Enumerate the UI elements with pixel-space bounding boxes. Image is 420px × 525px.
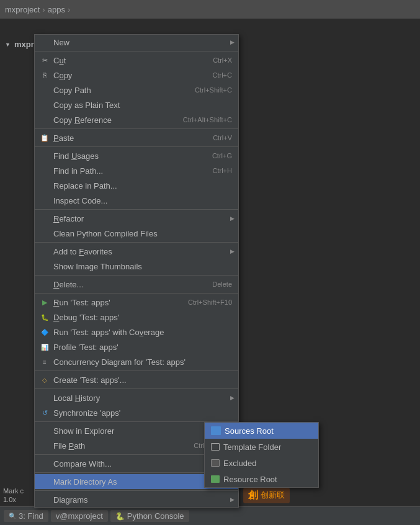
submenu-label-sources-root: Sources Root — [225, 426, 274, 436]
menu-item-run[interactable]: ▶ Run 'Test: apps' Ctrl+Shift+F10 — [35, 295, 238, 310]
menu-sep-3 — [35, 146, 238, 147]
excluded-icon — [211, 459, 220, 467]
menu-item-new[interactable]: New — [35, 35, 238, 50]
menu-label-file-path: File Path — [53, 441, 85, 451]
template-folder-icon — [211, 443, 220, 451]
profile-icon: 📊 — [40, 342, 50, 352]
concurrency-icon: ≡ — [40, 357, 50, 367]
menu-label-delete: Delete... — [53, 280, 83, 289]
menu-label-new: New — [53, 38, 69, 47]
find-tab-label: 3: Find — [19, 511, 43, 521]
submenu-item-sources-root[interactable]: Sources Root — [205, 423, 318, 439]
submenu-label-resource-root: Resource Root — [223, 475, 277, 484]
menu-label-show-explorer: Show in Explorer — [53, 426, 114, 436]
menu-item-create[interactable]: ◇ Create 'Test: apps'... — [35, 372, 238, 387]
menu-item-delete[interactable]: Delete... Delete — [35, 277, 238, 292]
top-bar: mxproject › apps › — [0, 0, 420, 19]
paste-icon: 📋 — [40, 133, 50, 143]
debug-icon: 🐛 — [40, 312, 50, 322]
menu-item-replace-in-path[interactable]: Replace in Path... — [35, 178, 238, 193]
breadcrumb-sep1: › — [42, 5, 45, 14]
menu-item-find-in-path[interactable]: Find in Path... Ctrl+H — [35, 163, 238, 178]
submenu-item-template-folder[interactable]: Template Folder — [205, 439, 318, 455]
menu-label-copy-path: Copy Path — [53, 86, 91, 95]
sources-root-icon — [211, 426, 221, 435]
breadcrumb-apps: apps — [48, 5, 65, 14]
breadcrumb-mxproject: mxproject — [5, 5, 40, 14]
menu-label-refactor: Refactor — [53, 214, 84, 223]
menu-label-show-image: Show Image Thumbnails — [53, 262, 142, 271]
submenu-mark-dir: Sources Root Template Folder Excluded Re… — [204, 422, 319, 488]
copy-icon: ⎘ — [40, 70, 50, 80]
mark-c-label: Mark c — [3, 487, 24, 495]
menu-item-cut[interactable]: ✂ Cut Ctrl+X — [35, 53, 238, 68]
run-icon: ▶ — [40, 297, 50, 307]
menu-item-run-coverage[interactable]: 🔷 Run 'Test: apps' with Coverage — [35, 325, 238, 339]
menu-sep-1 — [35, 51, 238, 52]
breadcrumb: mxproject › apps › — [5, 5, 73, 14]
ide-container: mxproject › apps › Project ▼ ⚙ ⇅ ⚙ ▼ mxp… — [0, 0, 420, 525]
submenu-label-excluded: Excluded — [223, 459, 256, 468]
menu-label-replace-in-path: Replace in Path... — [53, 181, 117, 191]
version-tab-label: v@mxproject — [56, 511, 103, 521]
menu-item-debug[interactable]: 🐛 Debug 'Test: apps' — [35, 310, 238, 325]
menu-item-local-history[interactable]: Local History — [35, 390, 238, 405]
menu-item-copy-path[interactable]: Copy Path Ctrl+Shift+C — [35, 83, 238, 97]
menu-label-mark-dir: Mark Directory As — [53, 477, 117, 487]
menu-item-find-usages[interactable]: Find Usages Ctrl+G — [35, 148, 238, 163]
submenu-item-excluded[interactable]: Excluded — [205, 455, 318, 471]
menu-label-run: Run 'Test: apps' — [53, 298, 110, 307]
menu-label-clean: Clean Python Compiled Files — [53, 229, 158, 238]
menu-item-add-favorites[interactable]: Add to Favorites — [35, 244, 238, 259]
python-tab-icon: 🐍 — [115, 512, 125, 521]
shortcut-delete: Delete — [212, 280, 232, 288]
menu-label-local-history: Local History — [53, 393, 100, 403]
tree-arrow-mxproject: ▼ — [5, 42, 11, 48]
watermark-text: 创新联 — [261, 491, 285, 500]
menu-sep-9 — [35, 388, 238, 389]
menu-label-copy: Copy — [53, 71, 72, 80]
menu-label-copy-ref: Copy Reference — [53, 115, 112, 125]
menu-label-compare: Compare With... — [53, 459, 112, 469]
breadcrumb-sep2: › — [68, 5, 70, 14]
find-tab-icon: 🔍 — [9, 513, 16, 519]
menu-item-copy-plain[interactable]: Copy as Plain Text — [35, 97, 238, 112]
menu-label-add-favorites: Add to Favorites — [53, 247, 112, 256]
menu-item-show-image[interactable]: Show Image Thumbnails — [35, 259, 238, 274]
submenu-item-resource-root[interactable]: Resource Root — [205, 471, 318, 487]
menu-label-create: Create 'Test: apps'... — [53, 375, 127, 385]
menu-item-concurrency[interactable]: ≡ Concurrency Diagram for 'Test: apps' — [35, 354, 238, 369]
shortcut-find-in-path: Ctrl+H — [213, 167, 232, 174]
menu-item-clean[interactable]: Clean Python Compiled Files — [35, 226, 238, 241]
menu-item-refactor[interactable]: Refactor — [35, 211, 238, 226]
menu-item-copy-ref[interactable]: Copy Reference Ctrl+Alt+Shift+C — [35, 112, 238, 127]
menu-sep-6 — [35, 275, 238, 276]
shortcut-run: Ctrl+Shift+F10 — [188, 298, 232, 306]
sync-icon: ↺ — [40, 408, 50, 418]
menu-item-synchronize[interactable]: ↺ Synchronize 'apps' — [35, 405, 238, 420]
menu-item-profile[interactable]: 📊 Profile 'Test: apps' — [35, 339, 238, 354]
menu-label-copy-plain: Copy as Plain Text — [53, 101, 120, 110]
resource-root-icon — [211, 475, 220, 483]
shortcut-copy: Ctrl+C — [213, 71, 232, 79]
taskbar: 🔍 3: Find v@mxproject 🐍 Python Console 創… — [0, 506, 420, 525]
taskbar-tab-version[interactable]: v@mxproject — [51, 510, 108, 522]
taskbar-tab-find[interactable]: 🔍 3: Find — [4, 510, 48, 522]
shortcut-paste: Ctrl+V — [213, 134, 232, 141]
menu-sep-4 — [35, 209, 238, 210]
shortcut-copy-ref: Ctrl+Alt+Shift+C — [183, 116, 232, 123]
menu-label-synchronize: Synchronize 'apps' — [53, 408, 120, 418]
python-tab-label: Python Console — [127, 511, 184, 521]
menu-label-diagrams: Diagrams — [53, 495, 88, 505]
menu-item-diagrams[interactable]: Diagrams — [35, 492, 238, 507]
shortcut-find-usages: Ctrl+G — [212, 152, 232, 159]
menu-sep-5 — [35, 242, 238, 243]
menu-label-debug: Debug 'Test: apps' — [53, 313, 119, 322]
watermark-logo: 創 — [248, 489, 258, 502]
menu-item-inspect-code[interactable]: Inspect Code... — [35, 193, 238, 208]
taskbar-tab-python[interactable]: 🐍 Python Console — [110, 510, 189, 522]
bottom-left-labels: Mark c 1.0x — [3, 487, 24, 503]
menu-item-paste[interactable]: 📋 Paste Ctrl+V — [35, 130, 238, 145]
menu-item-copy[interactable]: ⎘ Copy Ctrl+C — [35, 68, 238, 83]
menu-label-inspect-code: Inspect Code... — [53, 196, 107, 205]
